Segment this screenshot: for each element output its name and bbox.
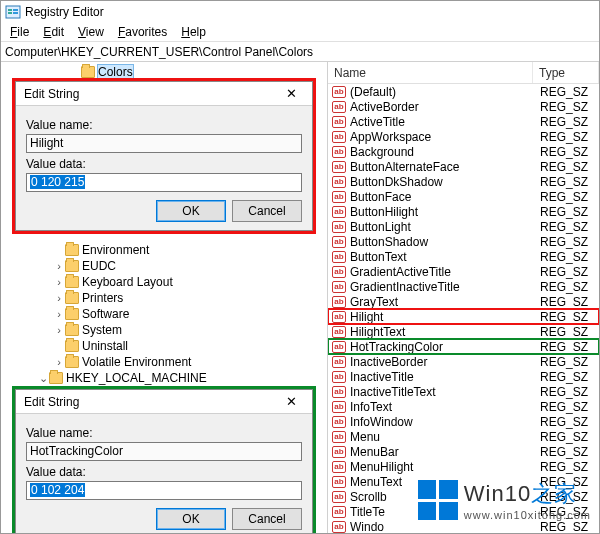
list-row[interactable]: ButtonFaceREG_SZ [328, 189, 599, 204]
tree-item[interactable]: •Environment [1, 242, 327, 258]
tree-item[interactable]: ›Keyboard Layout [1, 274, 327, 290]
folder-icon [65, 292, 79, 304]
menu-edit[interactable]: Edit [36, 24, 71, 40]
list-row[interactable]: MenuTextREG_SZ [328, 474, 599, 489]
value-name: ButtonText [350, 250, 540, 264]
list-row[interactable]: ButtonHilightREG_SZ [328, 204, 599, 219]
list-row[interactable]: HotTrackingColorREG_SZ [328, 339, 599, 354]
list-row[interactable]: WindoREG_SZ [328, 519, 599, 533]
tree-label: Environment [82, 243, 149, 257]
value-data-field[interactable]: 0 120 215 [26, 173, 302, 192]
folder-icon [65, 260, 79, 272]
folder-icon [49, 372, 63, 384]
value-type: REG_SZ [540, 115, 588, 129]
dialog-title-bar[interactable]: Edit String ✕ [16, 390, 312, 414]
list-row[interactable]: InfoTextREG_SZ [328, 399, 599, 414]
expander-icon[interactable]: › [53, 275, 65, 289]
list-row[interactable]: ScrollbREG_SZ [328, 489, 599, 504]
tree-item[interactable]: ›EUDC [1, 258, 327, 274]
list-row[interactable]: MenuREG_SZ [328, 429, 599, 444]
value-type: REG_SZ [540, 415, 588, 429]
string-value-icon [332, 416, 346, 428]
dialog-title-bar[interactable]: Edit String ✕ [16, 82, 312, 106]
close-icon[interactable]: ✕ [274, 84, 308, 104]
expander-icon[interactable]: • [69, 65, 81, 79]
list-row[interactable]: GradientInactiveTitleREG_SZ [328, 279, 599, 294]
tree-label: Colors [98, 65, 133, 79]
list-row[interactable]: ButtonLightREG_SZ [328, 219, 599, 234]
tree-item[interactable]: ›Software [1, 306, 327, 322]
list-row[interactable]: BackgroundREG_SZ [328, 144, 599, 159]
value-name: GradientInactiveTitle [350, 280, 540, 294]
tree-item[interactable]: ›Volatile Environment [1, 354, 327, 370]
string-value-icon [332, 101, 346, 113]
tree-item[interactable]: •Colors [1, 64, 327, 80]
list-row[interactable]: ButtonAlternateFaceREG_SZ [328, 159, 599, 174]
expander-icon[interactable]: › [53, 355, 65, 369]
value-type: REG_SZ [540, 310, 588, 324]
list-row[interactable]: GradientActiveTitleREG_SZ [328, 264, 599, 279]
expander-icon[interactable]: › [53, 291, 65, 305]
list-row[interactable]: GrayTextREG_SZ [328, 294, 599, 309]
value-data-field[interactable]: 0 102 204 [26, 481, 302, 500]
list-row[interactable]: HilightREG_SZ [328, 309, 599, 324]
string-value-icon [332, 161, 346, 173]
address-bar[interactable]: Computer\HKEY_CURRENT_USER\Control Panel… [1, 42, 599, 62]
values-pane[interactable]: Name Type (Default)REG_SZActiveBorderREG… [328, 62, 599, 533]
cancel-button[interactable]: Cancel [232, 200, 302, 222]
string-value-icon [332, 116, 346, 128]
list-row[interactable]: HilightTextREG_SZ [328, 324, 599, 339]
value-name-field[interactable]: HotTrackingColor [26, 442, 302, 461]
menu-help[interactable]: Help [174, 24, 213, 40]
expander-icon[interactable]: › [53, 259, 65, 273]
list-row[interactable]: TitleTeREG_SZ [328, 504, 599, 519]
list-row[interactable]: MenuHilightREG_SZ [328, 459, 599, 474]
tree-item[interactable]: •Uninstall [1, 338, 327, 354]
value-name: InfoWindow [350, 415, 540, 429]
list-row[interactable]: ButtonShadowREG_SZ [328, 234, 599, 249]
value-name: InfoText [350, 400, 540, 414]
tree-label: System [82, 323, 122, 337]
column-type[interactable]: Type [533, 62, 599, 83]
tree-item[interactable]: ›System [1, 322, 327, 338]
column-name[interactable]: Name [328, 62, 533, 83]
value-name: ActiveTitle [350, 115, 540, 129]
list-row[interactable]: InactiveTitleTextREG_SZ [328, 384, 599, 399]
list-header: Name Type [328, 62, 599, 84]
value-name-label: Value name: [26, 426, 302, 440]
list-row[interactable]: InfoWindowREG_SZ [328, 414, 599, 429]
list-row[interactable]: ActiveTitleREG_SZ [328, 114, 599, 129]
expander-icon[interactable]: • [53, 339, 65, 353]
value-name: MenuHilight [350, 460, 540, 474]
tree-item[interactable]: ⌄HKEY_LOCAL_MACHINE [1, 370, 327, 386]
list-row[interactable]: AppWorkspaceREG_SZ [328, 129, 599, 144]
value-type: REG_SZ [540, 145, 588, 159]
tree-item[interactable]: ›Printers [1, 290, 327, 306]
expander-icon[interactable]: ⌄ [37, 371, 49, 385]
list-row[interactable]: (Default)REG_SZ [328, 84, 599, 99]
close-icon[interactable]: ✕ [274, 392, 308, 412]
expander-icon[interactable]: › [53, 307, 65, 321]
list-row[interactable]: InactiveTitleREG_SZ [328, 369, 599, 384]
list-row[interactable]: InactiveBorderREG_SZ [328, 354, 599, 369]
list-row[interactable]: ButtonTextREG_SZ [328, 249, 599, 264]
list-row[interactable]: ButtonDkShadowREG_SZ [328, 174, 599, 189]
string-value-icon [332, 476, 346, 488]
tree-label: Uninstall [82, 339, 128, 353]
list-row[interactable]: ActiveBorderREG_SZ [328, 99, 599, 114]
ok-button[interactable]: OK [156, 508, 226, 530]
expander-icon[interactable]: • [53, 243, 65, 257]
value-name-field[interactable]: Hilight [26, 134, 302, 153]
ok-button[interactable]: OK [156, 200, 226, 222]
value-name: ButtonShadow [350, 235, 540, 249]
expander-icon[interactable]: › [53, 323, 65, 337]
menu-favorites[interactable]: Favorites [111, 24, 174, 40]
value-data-label: Value data: [26, 465, 302, 479]
value-type: REG_SZ [540, 400, 588, 414]
menu-view[interactable]: View [71, 24, 111, 40]
list-row[interactable]: MenuBarREG_SZ [328, 444, 599, 459]
value-type: REG_SZ [540, 385, 588, 399]
menu-file[interactable]: File [3, 24, 36, 40]
value-name: ButtonLight [350, 220, 540, 234]
cancel-button[interactable]: Cancel [232, 508, 302, 530]
